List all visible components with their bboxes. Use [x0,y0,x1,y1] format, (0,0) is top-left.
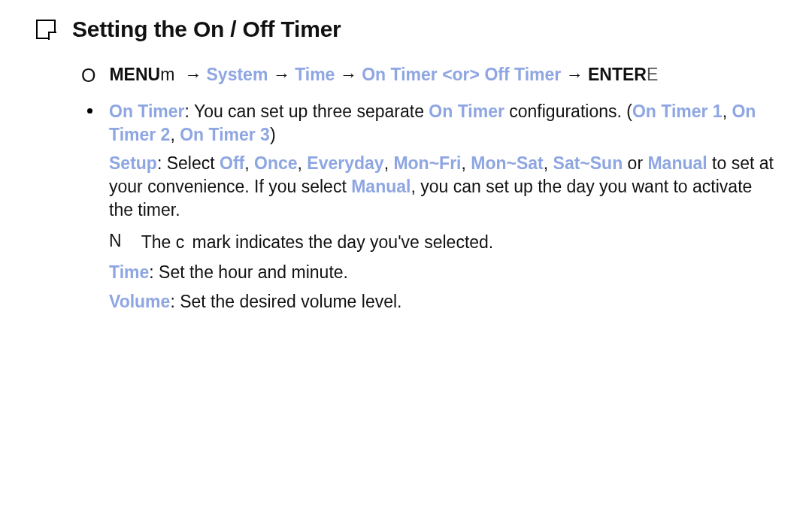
text-span: or [623,153,647,173]
setup-off: Off [220,153,244,173]
arrow-icon: → [273,65,290,84]
time-line: Time: Set the hour and minute. [109,261,776,284]
text-span: , [462,153,471,173]
text-span: : Select [157,153,220,173]
path-prefix-icon: O [81,66,95,85]
text-span: , [170,125,180,144]
path-enter: ENTER [588,65,647,84]
text-span: configurations. ( [504,101,632,121]
setup-once: Once [254,153,298,173]
page-title: Setting the On / Off Timer [72,17,341,42]
menu-path: O MENUm → System → Time → On Timer <or> … [81,65,776,85]
path-time: Time [295,65,335,84]
setup-monfri: Mon~Fri [393,153,461,173]
text-span: , [244,153,254,173]
note-row: N The c mark indicates the day you've se… [109,231,776,254]
setup-label: Setup [109,153,157,173]
text-span: ) [270,125,276,144]
setup-everyday: Everyday [307,153,383,173]
arrow-icon: → [184,65,201,84]
volume-line: Volume: Set the desired volume level. [109,290,776,313]
path-menu: MENU [109,65,160,84]
text-span: , [544,153,553,173]
volume-label: Volume [109,292,170,311]
text-span: : Set the hour and minute. [149,262,348,282]
check-mark-indicator: c [176,232,188,252]
arrow-icon: → [566,65,583,84]
bullet-item: On Timer: You can set up three separate … [81,100,776,222]
text-span: mark indicates the day you've selected. [187,232,493,252]
arrow-icon: → [340,65,357,84]
on-timer-3: On Timer 3 [180,125,270,144]
section-icon [36,20,56,39]
time-label: Time [109,262,149,282]
menu-path-text: MENUm → System → Time → On Timer <or> Of… [109,65,658,85]
setup-satsun: Sat~Sun [553,153,623,173]
text-span: , [298,153,308,173]
path-enter-suffix: E [647,65,658,84]
bullet-icon [87,108,92,114]
path-on-off-timer: On Timer <or> Off Timer [362,65,561,84]
text-span: The [141,232,176,252]
text-span: , [723,101,732,121]
text-span: , [384,153,394,173]
text-span: : Set the desired volume level. [170,292,401,311]
on-timer-1: On Timer 1 [632,101,723,121]
path-system: System [207,65,268,84]
note-text: The c mark indicates the day you've sele… [141,231,494,254]
setup-monsat: Mon~Sat [471,153,543,173]
text-span: : You can set up three separate [185,101,429,121]
on-timer-description: On Timer: You can set up three separate … [109,100,776,222]
setup-manual: Manual [647,153,707,173]
setup-manual-2: Manual [351,177,411,196]
on-timer-hl: On Timer [429,101,504,121]
path-menu-suffix: m [160,65,174,84]
note-prefix-icon: N [109,231,122,251]
on-timer-label: On Timer [109,101,185,121]
